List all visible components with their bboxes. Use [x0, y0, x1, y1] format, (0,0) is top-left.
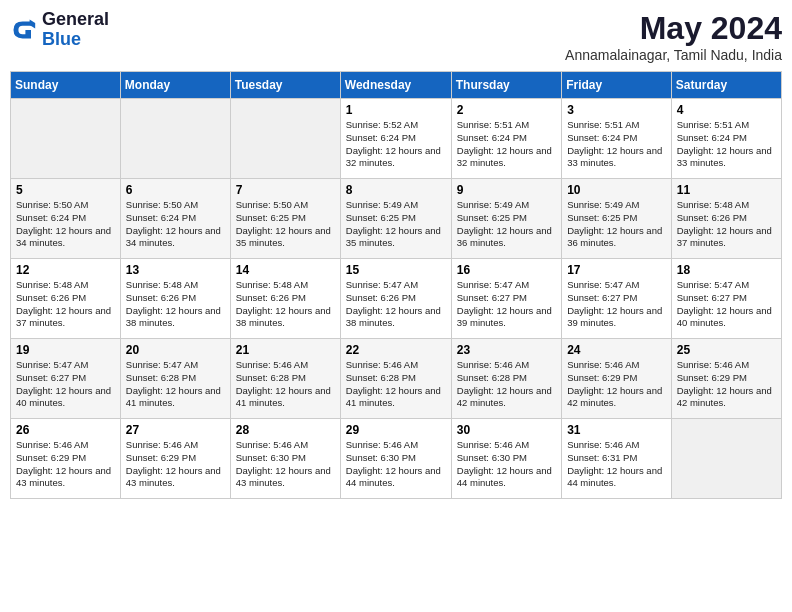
day-info: Sunrise: 5:51 AM Sunset: 6:24 PM Dayligh…: [567, 119, 666, 170]
calendar-cell: 24Sunrise: 5:46 AM Sunset: 6:29 PM Dayli…: [562, 339, 672, 419]
calendar-cell: 16Sunrise: 5:47 AM Sunset: 6:27 PM Dayli…: [451, 259, 561, 339]
calendar-cell: 7Sunrise: 5:50 AM Sunset: 6:25 PM Daylig…: [230, 179, 340, 259]
day-number: 6: [126, 183, 225, 197]
col-thursday: Thursday: [451, 72, 561, 99]
calendar-week-row: 5Sunrise: 5:50 AM Sunset: 6:24 PM Daylig…: [11, 179, 782, 259]
day-info: Sunrise: 5:49 AM Sunset: 6:25 PM Dayligh…: [567, 199, 666, 250]
day-info: Sunrise: 5:48 AM Sunset: 6:26 PM Dayligh…: [126, 279, 225, 330]
calendar-cell: 8Sunrise: 5:49 AM Sunset: 6:25 PM Daylig…: [340, 179, 451, 259]
day-number: 4: [677, 103, 776, 117]
calendar-cell: [11, 99, 121, 179]
day-number: 1: [346, 103, 446, 117]
calendar-cell: 18Sunrise: 5:47 AM Sunset: 6:27 PM Dayli…: [671, 259, 781, 339]
day-number: 24: [567, 343, 666, 357]
calendar-cell: [120, 99, 230, 179]
day-info: Sunrise: 5:47 AM Sunset: 6:27 PM Dayligh…: [677, 279, 776, 330]
day-info: Sunrise: 5:46 AM Sunset: 6:29 PM Dayligh…: [567, 359, 666, 410]
day-number: 9: [457, 183, 556, 197]
day-info: Sunrise: 5:49 AM Sunset: 6:25 PM Dayligh…: [457, 199, 556, 250]
calendar-cell: 6Sunrise: 5:50 AM Sunset: 6:24 PM Daylig…: [120, 179, 230, 259]
day-number: 26: [16, 423, 115, 437]
day-info: Sunrise: 5:46 AM Sunset: 6:30 PM Dayligh…: [457, 439, 556, 490]
day-number: 12: [16, 263, 115, 277]
day-info: Sunrise: 5:46 AM Sunset: 6:30 PM Dayligh…: [346, 439, 446, 490]
day-number: 8: [346, 183, 446, 197]
day-number: 25: [677, 343, 776, 357]
col-sunday: Sunday: [11, 72, 121, 99]
calendar-cell: 2Sunrise: 5:51 AM Sunset: 6:24 PM Daylig…: [451, 99, 561, 179]
calendar-cell: 23Sunrise: 5:46 AM Sunset: 6:28 PM Dayli…: [451, 339, 561, 419]
calendar-cell: 11Sunrise: 5:48 AM Sunset: 6:26 PM Dayli…: [671, 179, 781, 259]
day-number: 18: [677, 263, 776, 277]
calendar-cell: 13Sunrise: 5:48 AM Sunset: 6:26 PM Dayli…: [120, 259, 230, 339]
col-wednesday: Wednesday: [340, 72, 451, 99]
day-number: 2: [457, 103, 556, 117]
day-info: Sunrise: 5:47 AM Sunset: 6:27 PM Dayligh…: [457, 279, 556, 330]
day-number: 15: [346, 263, 446, 277]
logo-icon: [10, 16, 38, 44]
calendar-cell: 3Sunrise: 5:51 AM Sunset: 6:24 PM Daylig…: [562, 99, 672, 179]
calendar-week-row: 26Sunrise: 5:46 AM Sunset: 6:29 PM Dayli…: [11, 419, 782, 499]
day-info: Sunrise: 5:51 AM Sunset: 6:24 PM Dayligh…: [457, 119, 556, 170]
logo-general-text: General: [42, 9, 109, 29]
day-number: 29: [346, 423, 446, 437]
day-info: Sunrise: 5:46 AM Sunset: 6:28 PM Dayligh…: [346, 359, 446, 410]
calendar-cell: 31Sunrise: 5:46 AM Sunset: 6:31 PM Dayli…: [562, 419, 672, 499]
day-number: 27: [126, 423, 225, 437]
day-number: 5: [16, 183, 115, 197]
day-number: 11: [677, 183, 776, 197]
day-info: Sunrise: 5:49 AM Sunset: 6:25 PM Dayligh…: [346, 199, 446, 250]
day-info: Sunrise: 5:47 AM Sunset: 6:27 PM Dayligh…: [567, 279, 666, 330]
col-monday: Monday: [120, 72, 230, 99]
calendar-cell: 20Sunrise: 5:47 AM Sunset: 6:28 PM Dayli…: [120, 339, 230, 419]
day-number: 21: [236, 343, 335, 357]
day-info: Sunrise: 5:47 AM Sunset: 6:27 PM Dayligh…: [16, 359, 115, 410]
day-info: Sunrise: 5:51 AM Sunset: 6:24 PM Dayligh…: [677, 119, 776, 170]
day-number: 16: [457, 263, 556, 277]
calendar-cell: 1Sunrise: 5:52 AM Sunset: 6:24 PM Daylig…: [340, 99, 451, 179]
calendar-cell: [230, 99, 340, 179]
day-number: 7: [236, 183, 335, 197]
day-number: 10: [567, 183, 666, 197]
day-info: Sunrise: 5:50 AM Sunset: 6:25 PM Dayligh…: [236, 199, 335, 250]
day-info: Sunrise: 5:47 AM Sunset: 6:28 PM Dayligh…: [126, 359, 225, 410]
day-info: Sunrise: 5:46 AM Sunset: 6:31 PM Dayligh…: [567, 439, 666, 490]
calendar-cell: 9Sunrise: 5:49 AM Sunset: 6:25 PM Daylig…: [451, 179, 561, 259]
logo-blue-text: Blue: [42, 29, 81, 49]
calendar-cell: 25Sunrise: 5:46 AM Sunset: 6:29 PM Dayli…: [671, 339, 781, 419]
calendar-cell: [671, 419, 781, 499]
calendar-week-row: 12Sunrise: 5:48 AM Sunset: 6:26 PM Dayli…: [11, 259, 782, 339]
calendar-cell: 10Sunrise: 5:49 AM Sunset: 6:25 PM Dayli…: [562, 179, 672, 259]
day-info: Sunrise: 5:46 AM Sunset: 6:30 PM Dayligh…: [236, 439, 335, 490]
day-number: 31: [567, 423, 666, 437]
col-friday: Friday: [562, 72, 672, 99]
day-info: Sunrise: 5:46 AM Sunset: 6:29 PM Dayligh…: [677, 359, 776, 410]
calendar-cell: 14Sunrise: 5:48 AM Sunset: 6:26 PM Dayli…: [230, 259, 340, 339]
calendar-cell: 12Sunrise: 5:48 AM Sunset: 6:26 PM Dayli…: [11, 259, 121, 339]
calendar-cell: 4Sunrise: 5:51 AM Sunset: 6:24 PM Daylig…: [671, 99, 781, 179]
logo: General Blue: [10, 10, 109, 50]
calendar-cell: 30Sunrise: 5:46 AM Sunset: 6:30 PM Dayli…: [451, 419, 561, 499]
day-number: 3: [567, 103, 666, 117]
page-header: General Blue May 2024 Annamalainagar, Ta…: [10, 10, 782, 63]
calendar-cell: 27Sunrise: 5:46 AM Sunset: 6:29 PM Dayli…: [120, 419, 230, 499]
calendar-week-row: 1Sunrise: 5:52 AM Sunset: 6:24 PM Daylig…: [11, 99, 782, 179]
calendar-cell: 21Sunrise: 5:46 AM Sunset: 6:28 PM Dayli…: [230, 339, 340, 419]
calendar-cell: 15Sunrise: 5:47 AM Sunset: 6:26 PM Dayli…: [340, 259, 451, 339]
day-number: 23: [457, 343, 556, 357]
calendar-table: Sunday Monday Tuesday Wednesday Thursday…: [10, 71, 782, 499]
day-number: 28: [236, 423, 335, 437]
calendar-cell: 22Sunrise: 5:46 AM Sunset: 6:28 PM Dayli…: [340, 339, 451, 419]
day-number: 17: [567, 263, 666, 277]
calendar-week-row: 19Sunrise: 5:47 AM Sunset: 6:27 PM Dayli…: [11, 339, 782, 419]
calendar-cell: 19Sunrise: 5:47 AM Sunset: 6:27 PM Dayli…: [11, 339, 121, 419]
title-block: May 2024 Annamalainagar, Tamil Nadu, Ind…: [565, 10, 782, 63]
location-subtitle: Annamalainagar, Tamil Nadu, India: [565, 47, 782, 63]
month-year-title: May 2024: [565, 10, 782, 47]
day-info: Sunrise: 5:46 AM Sunset: 6:29 PM Dayligh…: [126, 439, 225, 490]
calendar-cell: 29Sunrise: 5:46 AM Sunset: 6:30 PM Dayli…: [340, 419, 451, 499]
day-info: Sunrise: 5:48 AM Sunset: 6:26 PM Dayligh…: [677, 199, 776, 250]
day-info: Sunrise: 5:47 AM Sunset: 6:26 PM Dayligh…: [346, 279, 446, 330]
day-number: 14: [236, 263, 335, 277]
day-number: 30: [457, 423, 556, 437]
